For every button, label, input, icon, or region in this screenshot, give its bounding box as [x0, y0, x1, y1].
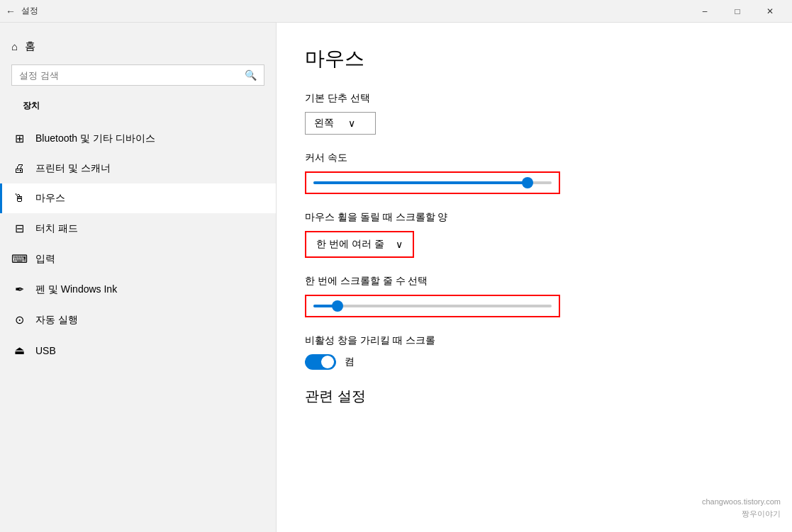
scroll-amount-value: 한 번에 여러 줄	[316, 238, 384, 251]
autorun-icon: ⊙	[11, 313, 27, 327]
related-settings-section: 관련 설정	[305, 387, 764, 406]
toggle-knob	[321, 356, 334, 368]
sidebar-item-printer[interactable]: 🖨 프린터 및 스캐너	[0, 154, 276, 183]
back-arrow-icon[interactable]: ←	[6, 6, 16, 17]
close-button[interactable]: ✕	[754, 0, 786, 23]
scroll-lines-section: 한 번에 스크롤할 줄 수 선택	[305, 275, 764, 317]
watermark: changwoos.tistory.com 짱우이야기	[702, 496, 781, 521]
sidebar-item-label: 프린터 및 스캐너	[35, 162, 111, 175]
home-icon: ⌂	[11, 40, 18, 52]
search-input[interactable]	[19, 70, 239, 81]
inactive-scroll-label: 비활성 창을 가리킬 때 스크롤	[305, 334, 764, 347]
search-icon: 🔍	[245, 69, 257, 81]
watermark-line2: 짱우이야기	[702, 508, 781, 521]
toggle-label: 켬	[345, 356, 355, 368]
scroll-lines-track	[313, 305, 552, 307]
sidebar-item-pen[interactable]: ✒ 펜 및 Windows Ink	[0, 274, 276, 305]
sidebar-item-input[interactable]: ⌨ 입력	[0, 244, 276, 274]
watermark-line1: changwoos.tistory.com	[702, 496, 781, 509]
touchpad-icon: ⊟	[11, 222, 27, 235]
sidebar-item-label: 터치 패드	[35, 222, 78, 235]
cursor-speed-section: 커서 속도	[305, 152, 764, 194]
title-bar-controls: – □ ✕	[688, 0, 786, 23]
mouse-icon: 🖱	[11, 192, 27, 205]
chevron-down-icon: ∨	[396, 239, 403, 250]
main-panel: 마우스 기본 단추 선택 왼쪽 ∨ 커서 속도 마우스 휠을 돌릴 때 스크롤할…	[277, 23, 792, 532]
scroll-lines-slider-container	[305, 295, 560, 317]
bluetooth-icon: ⊞	[11, 132, 27, 145]
related-settings-label: 관련 설정	[305, 387, 764, 406]
sidebar-item-autorun[interactable]: ⊙ 자동 실행	[0, 305, 276, 335]
maximize-button[interactable]: □	[721, 0, 754, 23]
sidebar-item-mouse[interactable]: 🖱 마우스	[0, 183, 276, 213]
cursor-speed-label: 커서 속도	[305, 152, 764, 164]
page-title: 마우스	[305, 45, 764, 72]
minimize-button[interactable]: –	[688, 0, 721, 23]
sidebar-item-bluetooth[interactable]: ⊞ Bluetooth 및 기타 디바이스	[0, 123, 276, 154]
inactive-scroll-toggle-row: 켬	[305, 354, 764, 370]
sidebar-item-label: 입력	[35, 253, 55, 266]
primary-button-label: 기본 단추 선택	[305, 92, 764, 105]
inactive-scroll-section: 비활성 창을 가리킬 때 스크롤 켬	[305, 334, 764, 370]
nav-items: ⊞ Bluetooth 및 기타 디바이스 🖨 프린터 및 스캐너 🖱 마우스 …	[0, 123, 276, 366]
chevron-down-icon: ∨	[348, 118, 355, 129]
scroll-amount-section: 마우스 휠을 돌릴 때 스크롤할 양 한 번에 여러 줄 ∨	[305, 211, 764, 258]
app-body: ⌂ 홈 🔍 장치 ⊞ Bluetooth 및 기타 디바이스 🖨 프린터 및 스…	[0, 23, 792, 532]
inactive-scroll-toggle[interactable]	[305, 354, 336, 370]
sidebar-item-label: USB	[35, 345, 56, 356]
input-icon: ⌨	[11, 252, 27, 266]
home-label: 홈	[25, 40, 35, 53]
printer-icon: 🖨	[11, 162, 27, 175]
sidebar-item-label: Bluetooth 및 기타 디바이스	[35, 132, 155, 145]
cursor-speed-fill	[313, 181, 528, 184]
primary-button-section: 기본 단추 선택 왼쪽 ∨	[305, 92, 764, 135]
sidebar-top: ⌂ 홈 🔍 장치	[0, 23, 276, 123]
primary-button-dropdown[interactable]: 왼쪽 ∨	[305, 112, 376, 135]
search-box[interactable]: 🔍	[11, 64, 264, 86]
scroll-lines-thumb[interactable]	[332, 300, 343, 312]
title-bar-left: ← 설정	[6, 5, 38, 17]
sidebar-item-touchpad[interactable]: ⊟ 터치 패드	[0, 213, 276, 244]
title-bar-title: 설정	[21, 5, 38, 17]
home-nav-item[interactable]: ⌂ 홈	[11, 34, 264, 59]
sidebar-item-usb[interactable]: ⏏ USB	[0, 335, 276, 366]
usb-icon: ⏏	[11, 344, 27, 357]
sidebar-item-label: 펜 및 Windows Ink	[35, 283, 117, 296]
primary-button-value: 왼쪽	[314, 117, 334, 130]
scroll-lines-label: 한 번에 스크롤할 줄 수 선택	[305, 275, 764, 288]
scroll-amount-dropdown[interactable]: 한 번에 여러 줄 ∨	[305, 231, 414, 258]
title-bar: ← 설정 – □ ✕	[0, 0, 792, 23]
sidebar-item-label: 마우스	[35, 192, 65, 205]
section-label: 장치	[11, 97, 264, 118]
scroll-amount-label: 마우스 휠을 돌릴 때 스크롤할 양	[305, 211, 764, 224]
pen-icon: ✒	[11, 283, 27, 296]
cursor-speed-thumb[interactable]	[522, 177, 533, 188]
cursor-speed-track	[313, 181, 552, 184]
sidebar-item-label: 자동 실행	[35, 314, 78, 327]
cursor-speed-slider-container	[305, 171, 560, 194]
sidebar: ⌂ 홈 🔍 장치 ⊞ Bluetooth 및 기타 디바이스 🖨 프린터 및 스…	[0, 23, 277, 532]
